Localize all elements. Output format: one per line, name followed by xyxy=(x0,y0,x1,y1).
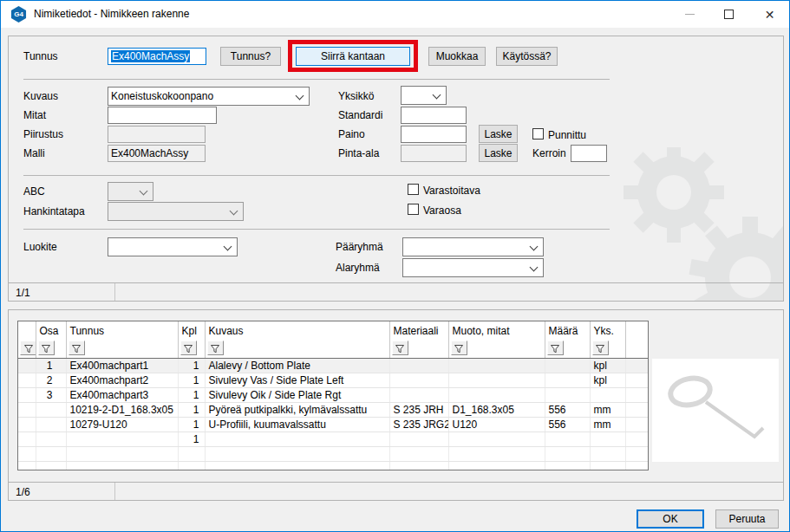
filter-icon[interactable] xyxy=(592,341,609,355)
yksikko-combobox[interactable] xyxy=(401,86,447,105)
col-muoto[interactable]: Muoto, mitat xyxy=(448,321,545,339)
cell-yks[interactable]: mm xyxy=(590,417,625,431)
col-osa[interactable]: Osa xyxy=(36,321,66,339)
cell-osa[interactable]: 3 xyxy=(36,387,66,402)
tunnus-input[interactable]: Ex400MachAssy xyxy=(108,48,206,65)
luokite-combobox[interactable] xyxy=(108,237,238,256)
row-selector-cell[interactable] xyxy=(18,417,36,431)
cell-yks[interactable] xyxy=(590,431,625,446)
cell-kuvaus[interactable]: Pyöreä putkipalkki, kylmävalssattu xyxy=(205,402,389,417)
table-row[interactable]: 2Ex400machpart21Sivulevy Vas / Side Plat… xyxy=(18,373,648,387)
table-row[interactable]: 10219-2-D1_168.3x051Pyöreä putkipalkki, … xyxy=(18,402,648,417)
table-row[interactable]: 10279-U1201U-Profiili, kuumavalssattuS 2… xyxy=(18,417,648,431)
cell-materiaali[interactable] xyxy=(389,358,448,373)
filter-icon[interactable] xyxy=(20,341,36,355)
alaryhma-combobox[interactable] xyxy=(402,258,544,277)
cell-kuvaus[interactable]: Sivulevy Oik / Side Plate Rgt xyxy=(205,387,389,402)
cell-muoto[interactable] xyxy=(448,431,545,446)
cell-muoto[interactable] xyxy=(448,387,545,402)
col-yks[interactable]: Yks. xyxy=(590,321,625,339)
cell-tunnus[interactable]: Ex400machpart3 xyxy=(66,387,178,402)
cell-materiaali[interactable] xyxy=(389,431,448,446)
ok-button[interactable]: OK xyxy=(637,509,704,529)
cell-muoto[interactable] xyxy=(448,373,545,387)
cell-yks[interactable]: kpl xyxy=(590,373,625,387)
cell-osa[interactable]: 2 xyxy=(36,373,66,387)
cell-osa[interactable] xyxy=(36,417,66,431)
cell-materiaali[interactable]: S 235 JRG2 xyxy=(389,417,448,431)
laske-paino-button[interactable]: Laske xyxy=(479,125,518,143)
filter-icon[interactable] xyxy=(180,341,197,355)
cell-kpl[interactable]: 1 xyxy=(178,387,205,402)
cell-kuvaus[interactable]: Sivulevy Vas / Side Plate Left xyxy=(205,373,389,387)
cancel-button[interactable]: Peruuta xyxy=(715,509,779,529)
close-button[interactable]: ✕ xyxy=(750,1,789,28)
varaosa-checkbox[interactable] xyxy=(408,204,419,215)
title-bar[interactable]: G4 Nimiketiedot - Nimikkeen rakenne ✕ xyxy=(1,1,789,28)
cell-materiaali[interactable] xyxy=(389,373,448,387)
col-maara[interactable]: Määrä xyxy=(545,321,590,339)
cell-maara[interactable]: 556 xyxy=(545,402,590,417)
filter-icon[interactable] xyxy=(392,341,408,355)
cell-yks[interactable]: mm xyxy=(590,402,625,417)
muokkaa-button[interactable]: Muokkaa xyxy=(428,47,486,66)
col-materiaali[interactable]: Materiaali xyxy=(389,321,448,339)
row-selector-cell[interactable] xyxy=(18,402,36,417)
filter-icon[interactable] xyxy=(207,341,224,355)
cell-kuvaus[interactable] xyxy=(205,431,389,446)
mitat-input[interactable] xyxy=(108,107,217,124)
cell-yks[interactable] xyxy=(590,387,625,402)
punnittu-checkbox[interactable] xyxy=(532,128,544,139)
kerroin-input[interactable] xyxy=(571,145,607,162)
cell-tunnus[interactable] xyxy=(66,431,178,446)
hankintatapa-combobox[interactable] xyxy=(108,202,244,221)
paino-input[interactable] xyxy=(401,126,467,143)
siirra-kantaan-button[interactable]: Siirrä kantaan xyxy=(296,47,410,66)
tunnus-query-button[interactable]: Tunnus? xyxy=(220,47,281,66)
cell-kpl[interactable]: 1 xyxy=(178,417,205,431)
cell-tunnus[interactable]: Ex400machpart2 xyxy=(66,373,178,387)
table-row[interactable]: 1 xyxy=(18,431,648,446)
laske-pintaala-button[interactable]: Laske xyxy=(479,144,518,162)
cell-maara[interactable] xyxy=(545,387,590,402)
row-selector-cell[interactable] xyxy=(18,431,36,446)
cell-tunnus[interactable]: 10279-U120 xyxy=(66,417,178,431)
minimize-button[interactable] xyxy=(670,1,709,28)
standardi-input[interactable] xyxy=(401,107,467,124)
cell-kuvaus[interactable]: Alalevy / Bottom Plate xyxy=(205,358,389,373)
col-tunnus[interactable]: Tunnus xyxy=(66,321,178,339)
cell-kpl[interactable]: 1 xyxy=(178,431,205,446)
cell-materiaali[interactable] xyxy=(389,387,448,402)
cell-tunnus[interactable]: Ex400machpart1 xyxy=(66,358,178,373)
cell-muoto[interactable]: U120 xyxy=(448,417,545,431)
abc-combobox[interactable] xyxy=(108,182,153,201)
paaryhma-combobox[interactable] xyxy=(402,237,544,256)
cell-materiaali[interactable]: S 235 JRH xyxy=(389,402,448,417)
col-kuvaus[interactable]: Kuvaus xyxy=(205,321,389,339)
kaytossa-button[interactable]: Käytössä? xyxy=(496,47,558,66)
cell-yks[interactable]: kpl xyxy=(590,358,625,373)
table-row[interactable]: 1Ex400machpart11Alalevy / Bottom Platekp… xyxy=(18,358,648,373)
cell-osa[interactable] xyxy=(36,431,66,446)
cell-kpl[interactable]: 1 xyxy=(178,402,205,417)
cell-muoto[interactable] xyxy=(448,358,545,373)
filter-icon[interactable] xyxy=(38,341,55,355)
cell-muoto[interactable]: D1_168.3x05 xyxy=(448,402,545,417)
filter-icon[interactable] xyxy=(69,341,85,355)
kuvaus-combobox[interactable]: Koneistuskokoonpano xyxy=(108,87,310,106)
maximize-button[interactable] xyxy=(709,1,748,28)
cell-maara[interactable] xyxy=(545,431,590,446)
varastoitava-checkbox[interactable] xyxy=(408,184,419,195)
cell-tunnus[interactable]: 10219-2-D1_168.3x05 xyxy=(66,402,178,417)
filter-icon[interactable] xyxy=(547,341,564,355)
cell-kpl[interactable]: 1 xyxy=(178,373,205,387)
cell-kuvaus[interactable]: U-Profiili, kuumavalssattu xyxy=(205,417,389,431)
cell-osa[interactable]: 1 xyxy=(36,358,66,373)
row-selector-cell[interactable] xyxy=(18,387,36,402)
cell-kpl[interactable]: 1 xyxy=(178,358,205,373)
cell-maara[interactable] xyxy=(545,373,590,387)
row-selector-cell[interactable] xyxy=(18,358,36,373)
col-kpl[interactable]: Kpl xyxy=(178,321,205,339)
row-selector-cell[interactable] xyxy=(18,373,36,387)
table-row[interactable]: 3Ex400machpart31Sivulevy Oik / Side Plat… xyxy=(18,387,648,402)
